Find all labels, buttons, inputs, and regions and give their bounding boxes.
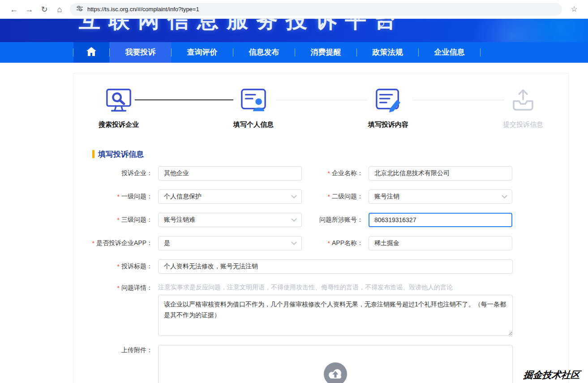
form-row: * 是否投诉企业APP： 是 * APP名称： <box>86 236 568 250</box>
browser-home-icon[interactable]: ⌂ <box>52 3 67 16</box>
issue-level1-label: * 一级问题： <box>86 189 158 204</box>
nav-item-complaint[interactable]: 我要投诉 <box>110 42 171 63</box>
complaint-form: 投诉企业： * 企业名称： * 一级问题： 个人信息保护 <box>86 166 568 383</box>
stepper-line-3 <box>412 100 504 100</box>
chevron-down-icon <box>291 239 297 245</box>
nav-home-tab[interactable] <box>73 42 109 63</box>
banner-decoration <box>436 19 588 42</box>
section-accent-bar <box>92 150 94 158</box>
content-card: 搜索投诉企业 填写个人信息 <box>73 73 569 383</box>
cloud-upload-icon <box>324 362 347 383</box>
home-icon <box>86 47 97 58</box>
complaint-title-input[interactable] <box>158 259 513 274</box>
company-name-label: * 企业名称： <box>302 166 369 181</box>
nav-item-policy[interactable]: 政策法规 <box>357 42 418 63</box>
complaint-title-label: * 投诉标题： <box>86 259 158 274</box>
step-personal-info: 填写个人信息 <box>226 87 281 129</box>
involved-account-label: 问题所涉账号： <box>302 213 369 227</box>
section-heading: 填写投诉信息 <box>92 150 568 159</box>
company-name-input[interactable] <box>369 166 512 181</box>
address-bar[interactable]: https://ts.isc.org.cn/#/complaint/info?t… <box>70 3 562 16</box>
url-text: https://ts.isc.org.cn/#/complaint/info?t… <box>87 6 199 13</box>
back-icon[interactable]: ← <box>6 3 21 16</box>
submit-upload-icon <box>511 87 536 114</box>
bookmark-star-icon[interactable]: ☆ <box>567 3 582 16</box>
is-app-complaint-select[interactable]: 是 <box>158 236 302 250</box>
step-label: 提交投诉信息 <box>503 120 543 129</box>
stepper-line-2 <box>276 100 368 100</box>
form-row: * 投诉标题： <box>86 259 568 274</box>
issue-level2-label: * 二级问题： <box>302 189 369 204</box>
form-row: 投诉企业： * 企业名称： <box>86 166 568 181</box>
nav-item-info-release[interactable]: 信息发布 <box>233 42 295 63</box>
nav-item-enterprise-info[interactable]: 企业信息 <box>419 42 480 63</box>
step-label: 搜索投诉企业 <box>99 120 139 129</box>
company-type-label: 投诉企业： <box>86 166 158 181</box>
app-name-label: * APP名称： <box>302 236 369 250</box>
issue-level1-select[interactable]: 个人信息保护 <box>158 189 302 204</box>
nav-item-consumer-alert[interactable]: 消费提醒 <box>295 42 356 63</box>
step-search-company: 搜索投诉企业 <box>91 87 146 129</box>
attachment-label: 上传附件： <box>86 345 158 354</box>
search-company-icon <box>105 87 133 114</box>
personal-info-icon <box>240 87 267 114</box>
issue-level2-select[interactable]: 账号注销 <box>369 189 512 204</box>
form-row: * 一级问题： 个人信息保护 * 二级问题： 账号注销 <box>86 189 568 204</box>
main-nav: 我要投诉 查询评价 信息发布 消费提醒 政策法规 企业信息 <box>0 42 588 63</box>
site-title: 互联网信息服务投诉平台 <box>79 19 404 31</box>
stepper-line-1 <box>135 99 233 100</box>
forward-icon[interactable]: → <box>21 3 37 16</box>
nav-separator <box>480 48 481 56</box>
is-app-complaint-label: * 是否投诉企业APP： <box>86 236 158 250</box>
chevron-down-icon <box>291 216 297 222</box>
watermark: 掘金技术社区 <box>523 369 581 381</box>
step-submit: 提交投诉信息 <box>496 87 550 129</box>
step-label: 填写投诉内容 <box>368 120 408 129</box>
company-type-input[interactable] <box>158 166 302 181</box>
nav-item-query-review[interactable]: 查询评价 <box>172 42 233 63</box>
banner-badge-circle <box>378 21 384 26</box>
app-name-input[interactable] <box>369 236 512 250</box>
stepper: 搜索投诉企业 填写个人信息 <box>73 73 568 129</box>
chevron-down-icon <box>291 193 297 198</box>
site-banner: 互联网信息服务投诉平台 <box>0 19 588 42</box>
involved-account-input[interactable] <box>369 213 512 227</box>
reload-icon[interactable]: ↻ <box>37 3 52 16</box>
step-complaint-content: 填写投诉内容 <box>361 87 416 129</box>
issue-detail-group: 注意实事求是反应问题，注意文明用语，不得使用攻击性、侮辱性的言语，不得发布造谣、… <box>158 283 513 336</box>
section-title: 填写投诉信息 <box>98 149 144 159</box>
page: ← → ↻ ⌂ https://ts.isc.org.cn/#/complain… <box>0 0 588 383</box>
form-row: 上传附件： <box>86 345 568 383</box>
upload-dropzone[interactable] <box>158 345 513 383</box>
form-row: * 问题详情： 注意实事求是反应问题，注意文明用语，不得使用攻击性、侮辱性的言语… <box>86 283 568 336</box>
site-settings-icon[interactable] <box>76 5 83 14</box>
issue-detail-hint: 注意实事求是反应问题，注意文明用语，不得使用攻击性、侮辱性的言语，不得发布造谣、… <box>158 283 513 292</box>
complaint-content-icon <box>374 87 402 114</box>
issue-detail-label: * 问题详情： <box>86 283 158 292</box>
issue-level3-label: * 三级问题： <box>86 213 158 227</box>
step-label: 填写个人信息 <box>233 120 274 129</box>
chevron-down-icon <box>502 193 507 198</box>
issue-level3-select[interactable]: 账号注销难 <box>158 213 302 227</box>
issue-detail-textarea[interactable]: 该企业以严格审核资料为借口不作为，几个月催审核修改个人资料无果，无奈注销账号超过… <box>158 295 513 336</box>
form-row: * 三级问题： 账号注销难 问题所涉账号： <box>86 213 568 227</box>
browser-chrome: ← → ↻ ⌂ https://ts.isc.org.cn/#/complain… <box>0 0 588 19</box>
